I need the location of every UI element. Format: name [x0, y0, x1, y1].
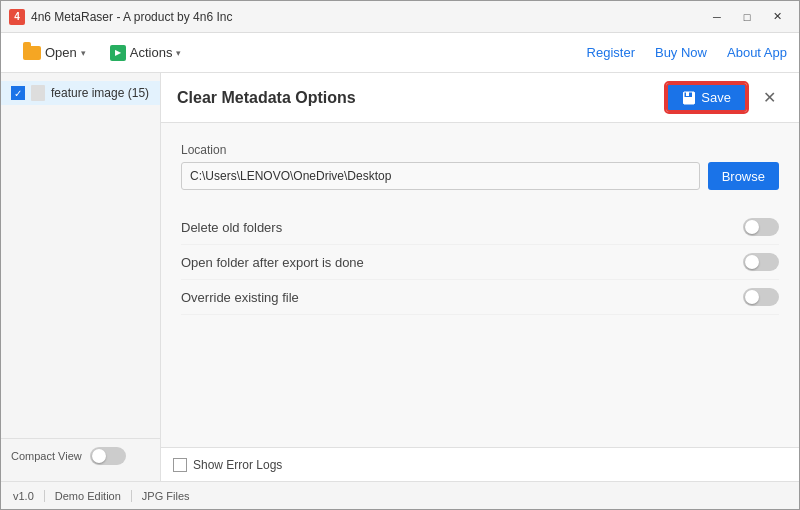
- folder-icon: [23, 46, 41, 60]
- open-folder-label: Open folder after export is done: [181, 255, 364, 270]
- status-bar: v1.0 Demo Edition JPG Files: [1, 481, 799, 509]
- location-group: Location Browse: [181, 143, 779, 190]
- minimize-button[interactable]: ─: [703, 6, 731, 28]
- close-button[interactable]: ✕: [763, 6, 791, 28]
- title-bar-left: 4 4n6 MetaRaser - A product by 4n6 Inc: [9, 9, 232, 25]
- bottom-bar: Show Error Logs: [161, 447, 799, 481]
- sidebar-footer: Compact View: [1, 438, 160, 473]
- error-logs-checkbox[interactable]: [173, 458, 187, 472]
- panel-header: Clear Metadata Options Save ✕: [161, 73, 799, 123]
- svg-rect-3: [686, 92, 689, 96]
- actions-button[interactable]: Actions ▾: [100, 40, 192, 66]
- maximize-button[interactable]: □: [733, 6, 761, 28]
- open-label: Open: [45, 45, 77, 60]
- compact-view-label: Compact View: [11, 450, 82, 462]
- location-input[interactable]: [181, 162, 700, 190]
- override-file-toggle[interactable]: [743, 288, 779, 306]
- sidebar-checkbox[interactable]: ✓: [11, 86, 25, 100]
- compact-view-row: Compact View: [11, 447, 126, 465]
- open-button[interactable]: Open ▾: [13, 40, 96, 65]
- actions-chevron-icon: ▾: [176, 48, 181, 58]
- close-panel-button[interactable]: ✕: [755, 84, 783, 112]
- content-area: Clear Metadata Options Save ✕: [161, 73, 799, 481]
- actions-label: Actions: [130, 45, 173, 60]
- location-label: Location: [181, 143, 779, 157]
- save-button[interactable]: Save: [666, 83, 747, 112]
- delete-folders-label: Delete old folders: [181, 220, 282, 235]
- open-chevron-icon: ▾: [81, 48, 86, 58]
- main-layout: ✓ feature image (15) Compact View Clear …: [1, 73, 799, 481]
- override-file-label: Override existing file: [181, 290, 299, 305]
- show-error-logs-row[interactable]: Show Error Logs: [173, 458, 282, 472]
- compact-view-toggle[interactable]: [90, 447, 126, 465]
- window-title: 4n6 MetaRaser - A product by 4n6 Inc: [31, 10, 232, 24]
- window-controls: ─ □ ✕: [703, 6, 791, 28]
- buy-now-link[interactable]: Buy Now: [655, 45, 707, 60]
- title-bar: 4 4n6 MetaRaser - A product by 4n6 Inc ─…: [1, 1, 799, 33]
- toolbar-left: Open ▾ Actions ▾: [13, 40, 191, 66]
- panel-content: Location Browse Delete old folders Open …: [161, 123, 799, 447]
- open-folder-row: Open folder after export is done: [181, 245, 779, 280]
- save-icon: [682, 91, 696, 105]
- edition-label: Demo Edition: [45, 490, 132, 502]
- panel-actions: Save ✕: [666, 83, 783, 112]
- override-file-row: Override existing file: [181, 280, 779, 315]
- app-icon: 4: [9, 9, 25, 25]
- sidebar: ✓ feature image (15) Compact View: [1, 73, 161, 481]
- file-icon: [31, 85, 45, 101]
- open-folder-toggle[interactable]: [743, 253, 779, 271]
- toolbar: Open ▾ Actions ▾ Register Buy Now About …: [1, 33, 799, 73]
- browse-button[interactable]: Browse: [708, 162, 779, 190]
- sidebar-item-label: feature image (15): [51, 86, 149, 100]
- svg-rect-2: [684, 99, 694, 104]
- register-link[interactable]: Register: [587, 45, 635, 60]
- file-type-label: JPG Files: [132, 490, 200, 502]
- delete-folders-toggle[interactable]: [743, 218, 779, 236]
- location-input-row: Browse: [181, 162, 779, 190]
- about-link[interactable]: About App: [727, 45, 787, 60]
- panel-title: Clear Metadata Options: [177, 89, 356, 107]
- sidebar-item-feature-image[interactable]: ✓ feature image (15): [1, 81, 160, 105]
- delete-folders-row: Delete old folders: [181, 210, 779, 245]
- version-label: v1.0: [13, 490, 45, 502]
- actions-icon: [110, 45, 126, 61]
- error-logs-label: Show Error Logs: [193, 458, 282, 472]
- toolbar-right: Register Buy Now About App: [587, 45, 787, 60]
- save-label: Save: [701, 90, 731, 105]
